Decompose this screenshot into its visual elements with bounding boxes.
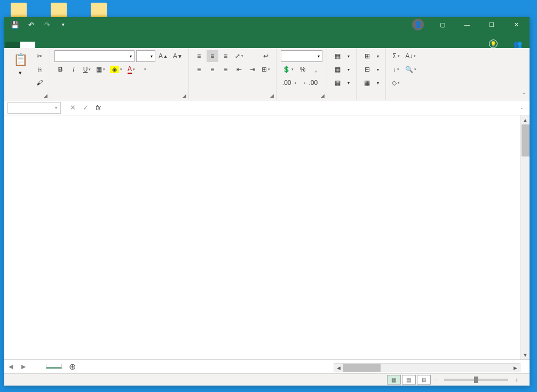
autosum-icon[interactable]: Σ (390, 50, 402, 62)
increase-decimal-icon[interactable]: .00→ (281, 77, 299, 89)
page-layout-view-icon[interactable]: ▤ (402, 375, 416, 385)
font-size-combo[interactable]: ▾ (136, 50, 155, 62)
accounting-format-icon[interactable]: 💲 (281, 64, 295, 75)
tab-formulas[interactable] (65, 42, 80, 48)
sheet-nav-next-icon[interactable]: ▶ (17, 360, 30, 373)
cell-styles-button[interactable]: ▦ ▾ (331, 77, 352, 89)
qat-customize-icon[interactable]: ▾ (57, 19, 69, 30)
save-icon[interactable]: 💾 (9, 19, 21, 30)
decrease-decimal-icon[interactable]: ←.00 (301, 77, 320, 89)
conditional-formatting-button[interactable]: ▦ ▾ (331, 50, 352, 62)
increase-indent-icon[interactable]: ⇥ (247, 64, 258, 75)
align-left-icon[interactable]: ≡ (193, 64, 205, 75)
delete-icon: ⊟ (363, 65, 372, 74)
formula-input[interactable] (105, 102, 520, 114)
tab-data[interactable] (80, 42, 95, 48)
vscroll-thumb[interactable] (522, 124, 530, 156)
bold-button[interactable]: B (54, 64, 66, 75)
group-alignment: ≡ ≡ ≡ ⤢ ≡ ≡ ≡ ⇤ ⇥ ↩ ⊞ (189, 48, 277, 100)
clear-icon[interactable]: ◇ (390, 77, 402, 89)
undo-icon[interactable]: ↶ (25, 19, 37, 30)
format-cells-button[interactable]: ▦ ▾ (361, 77, 381, 89)
collapse-ribbon-icon[interactable]: ⌃ (522, 92, 526, 98)
clipboard-launcher-icon[interactable]: ◢ (44, 93, 48, 98)
sheet-tab-1[interactable] (46, 364, 62, 369)
tab-pagelayout[interactable] (50, 42, 65, 48)
scroll-down-icon[interactable]: ▼ (521, 350, 530, 359)
titlebar: 💾 ↶ ↷ ▾ 👤 ▢ — ☐ ✕ (4, 17, 530, 32)
format-painter-icon[interactable]: 🖌 (34, 77, 45, 89)
scroll-up-icon[interactable]: ▲ (521, 115, 530, 124)
wrap-text-icon[interactable]: ↩ (260, 50, 272, 62)
find-select-icon[interactable]: 🔍 (404, 64, 418, 75)
excel-window: 💾 ↶ ↷ ▾ 👤 ▢ — ☐ ✕ 💡 (4, 17, 530, 386)
border-icon[interactable]: ▦ (94, 64, 107, 75)
ribbon: 📋 ▾ ✂ ⎘ 🖌 ◢ ▾ ▾ A▲ A▼ (4, 48, 530, 100)
normal-view-icon[interactable]: ▦ (387, 375, 401, 385)
tab-file[interactable] (5, 42, 20, 48)
phonetic-icon[interactable] (139, 64, 151, 75)
maximize-icon[interactable]: ☐ (480, 17, 503, 32)
tab-insert[interactable] (35, 42, 50, 48)
cancel-formula-icon[interactable]: ✕ (66, 102, 79, 114)
ribbon-display-options-icon[interactable]: ▢ (431, 17, 454, 32)
sort-filter-icon[interactable]: A↓ (404, 50, 418, 62)
ribbon-tabs: 💡 👥 (4, 32, 530, 48)
font-color-icon[interactable]: A (125, 64, 137, 75)
lightbulb-icon: 💡 (489, 40, 497, 48)
user-account[interactable]: 👤 (404, 19, 429, 30)
number-launcher-icon[interactable]: ◢ (321, 93, 325, 98)
alignment-launcher-icon[interactable]: ◢ (270, 93, 274, 98)
align-top-icon[interactable]: ≡ (193, 50, 205, 62)
cut-icon[interactable]: ✂ (34, 50, 45, 62)
page-break-view-icon[interactable]: ⊞ (417, 375, 431, 385)
add-sheet-icon[interactable]: ⊕ (65, 361, 79, 373)
increase-font-icon[interactable]: A▲ (157, 50, 170, 62)
redo-icon[interactable]: ↷ (41, 19, 53, 30)
sheet-nav-prev-icon[interactable]: ◀ (4, 360, 17, 373)
zoom-in-button[interactable]: + (512, 376, 521, 384)
italic-button[interactable]: I (68, 64, 80, 75)
format-as-table-button[interactable]: ▦ ▾ (331, 64, 352, 75)
zoom-slider[interactable] (444, 379, 508, 381)
insert-function-icon[interactable]: fx (92, 102, 105, 114)
zoom-out-button[interactable]: − (432, 376, 440, 384)
font-name-combo[interactable]: ▾ (54, 50, 135, 62)
decrease-font-icon[interactable]: A▼ (171, 50, 184, 62)
tab-home[interactable] (20, 42, 35, 48)
merge-center-icon[interactable]: ⊞ (260, 64, 272, 75)
tab-help[interactable] (125, 42, 140, 48)
orientation-icon[interactable]: ⤢ (233, 50, 245, 62)
insert-cells-button[interactable]: ⊞ ▾ (361, 50, 381, 62)
horizontal-scrollbar[interactable]: ◀ ▶ (334, 363, 520, 372)
expand-formula-bar-icon[interactable]: ⌄ (520, 105, 530, 110)
cond-format-icon: ▦ (334, 52, 342, 60)
vertical-scrollbar[interactable]: ▲ ▼ (520, 115, 530, 359)
comma-icon[interactable]: , (310, 64, 322, 75)
name-box[interactable]: ▾ (7, 102, 61, 114)
align-right-icon[interactable]: ≡ (220, 64, 232, 75)
enter-formula-icon[interactable]: ✓ (79, 102, 92, 114)
tab-review[interactable] (95, 42, 110, 48)
align-center-icon[interactable]: ≡ (207, 64, 218, 75)
tab-view[interactable] (110, 42, 125, 48)
align-bottom-icon[interactable]: ≡ (220, 50, 232, 62)
share-button[interactable]: 👥 (514, 40, 522, 48)
percent-icon[interactable]: % (297, 64, 309, 75)
underline-button[interactable]: U (81, 64, 93, 75)
font-launcher-icon[interactable]: ◢ (183, 93, 186, 98)
align-middle-icon[interactable]: ≡ (207, 50, 218, 62)
minimize-icon[interactable]: — (456, 17, 478, 32)
delete-cells-button[interactable]: ⊟ ▾ (361, 64, 381, 75)
fill-color-icon[interactable]: ◈ (108, 64, 124, 75)
copy-icon[interactable]: ⎘ (34, 64, 45, 75)
number-format-combo[interactable]: ▾ (281, 50, 322, 62)
fill-icon[interactable]: ↓ (390, 64, 402, 75)
hscroll-thumb[interactable] (343, 364, 381, 372)
scroll-left-icon[interactable]: ◀ (334, 364, 343, 372)
close-icon[interactable]: ✕ (505, 17, 527, 32)
avatar-icon: 👤 (412, 19, 424, 30)
paste-button[interactable]: 📋 ▾ (9, 50, 32, 77)
scroll-right-icon[interactable]: ▶ (511, 364, 520, 372)
decrease-indent-icon[interactable]: ⇤ (233, 64, 245, 75)
